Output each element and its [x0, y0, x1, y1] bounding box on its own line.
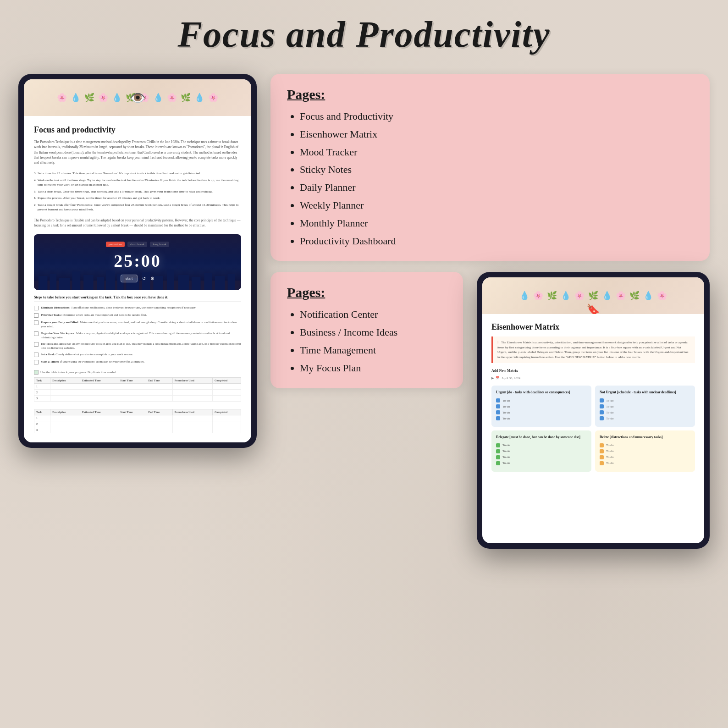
bottom-page-item-3[interactable]: Time Management	[300, 343, 447, 358]
top-pages-title: Pages:	[287, 87, 693, 102]
table-row-2: 1	[34, 415, 241, 421]
timer-tab-long[interactable]: long break	[150, 242, 169, 247]
not-urgent-label-1: To-do	[606, 399, 614, 403]
delegate-check-3[interactable]	[496, 455, 500, 459]
top-page-item-4[interactable]: Sticky Notes	[300, 163, 693, 177]
flower-2-7: 💧	[602, 291, 612, 301]
checkbox-1[interactable]	[34, 306, 39, 310]
date-icon: 📅	[496, 376, 500, 380]
delegate-todo-1: To-do	[496, 443, 587, 447]
table-note: Use the table to track your progress. Du…	[34, 370, 241, 375]
not-urgent-check-3[interactable]	[600, 410, 604, 414]
quadrant-delegate: Delegate [must be done, but can be done …	[491, 430, 591, 472]
top-page-item-2[interactable]: Eisenhower Matrix	[300, 127, 693, 142]
svg-rect-4	[72, 271, 81, 290]
delete-check-1[interactable]	[600, 443, 604, 447]
urgent-check-4[interactable]	[496, 416, 500, 420]
matrix-grid: Urgent [do - tasks with deadlines or con…	[491, 386, 695, 472]
step-text-2: Prioritize Tasks: Determine which tasks …	[41, 313, 147, 317]
bottom-pages-list: Notification Center Business / Income Id…	[287, 308, 447, 375]
svg-rect-2	[50, 274, 56, 290]
svg-rect-1	[39, 276, 48, 290]
not-urgent-label-4: To-do	[606, 417, 614, 420]
top-page-item-3[interactable]: Mood Tracker	[300, 145, 693, 160]
not-urgent-check-1[interactable]	[600, 398, 604, 403]
not-urgent-check-4[interactable]	[600, 416, 604, 420]
checklist-item-1: Eliminate Distractions: Turn off phone n…	[34, 305, 241, 310]
delete-label-3: To-do	[606, 455, 614, 459]
col-start: Start Time	[118, 377, 146, 383]
urgent-label-2: To-do	[502, 405, 510, 408]
urgent-todo-1: To-do	[496, 398, 587, 403]
table-row: 2	[34, 389, 241, 395]
table-row-2: 3	[34, 427, 241, 433]
col-comp: Completed	[213, 377, 241, 383]
top-page-item-7[interactable]: Monthly Planner	[300, 216, 693, 231]
urgent-label-1: To-do	[502, 399, 510, 403]
delegate-check-1[interactable]	[496, 443, 500, 447]
timer-start-button[interactable]: start	[121, 275, 138, 282]
checkbox-3[interactable]	[34, 320, 39, 325]
not-urgent-todo-4: To-do	[600, 416, 690, 420]
svg-rect-16	[215, 276, 225, 290]
timer-refresh-icon[interactable]: ↺	[142, 276, 146, 281]
table-note-checkbox[interactable]	[34, 370, 39, 375]
delegate-check-2[interactable]	[496, 449, 500, 453]
tablet-1-screen: 🌸 💧 🌿 🌸 💧 🌿 🌸 💧 🌸 🌿 💧 🌸 👁️	[24, 79, 251, 442]
timer-display: 25:00	[114, 251, 161, 271]
top-page-item-6[interactable]: Weekly Planner	[300, 199, 693, 213]
delegate-check-4[interactable]	[496, 461, 500, 465]
delete-check-2[interactable]	[600, 449, 604, 453]
flower-5: 💧	[112, 93, 122, 103]
flower-12: 🌸	[208, 93, 218, 103]
urgent-check-2[interactable]	[496, 404, 500, 408]
notion-steps: Set a timer for 25 minutes. This time pe…	[34, 171, 241, 212]
bottom-page-item-1[interactable]: Notification Center	[300, 308, 447, 322]
checkbox-4[interactable]	[34, 331, 39, 336]
timer-tab-pomodoro[interactable]: pomodoro	[106, 242, 125, 247]
timer-settings-icon[interactable]: ⚙	[150, 276, 154, 281]
svg-rect-13	[178, 275, 189, 290]
step-text-5: Use Tools and Apps: Set up any productiv…	[41, 342, 241, 350]
step-6: Repeat the process. After your break, se…	[34, 196, 241, 201]
col-task: Task	[34, 377, 50, 383]
add-matrix-button[interactable]: Add New Matrix	[491, 369, 695, 373]
checkbox-7[interactable]	[34, 360, 39, 364]
table-section: Use the table to track your progress. Du…	[34, 370, 241, 433]
table-row-2: 2	[34, 421, 241, 427]
top-page-item-8[interactable]: Productivity Dashboard	[300, 234, 693, 248]
checkbox-5[interactable]	[34, 342, 39, 347]
col-start-2: Start Time	[118, 409, 146, 415]
tablet-1: 🌸 💧 🌿 🌸 💧 🌿 🌸 💧 🌸 🌿 💧 🌸 👁️	[18, 74, 257, 448]
quadrant-not-urgent: Not Urgent [schedule - tasks with unclea…	[595, 386, 695, 427]
not-urgent-check-2[interactable]	[600, 404, 604, 408]
checklist-item-4: Organize Your Workspace: Make sure your …	[34, 331, 241, 339]
flower-10: 🌿	[181, 93, 191, 103]
flower-2-1: 💧	[519, 291, 529, 301]
top-page-item-5[interactable]: Daily Planner	[300, 181, 693, 195]
bottom-page-item-4[interactable]: My Focus Plan	[300, 361, 447, 375]
svg-rect-15	[204, 273, 212, 290]
checkbox-2[interactable]	[34, 313, 39, 318]
step-text-6: Set a Goal: Clearly define what you aim …	[41, 352, 133, 356]
delete-check-4[interactable]	[600, 461, 604, 465]
matrix-title: Eisenhower Matrix	[491, 322, 695, 332]
col-desc: Description	[50, 377, 80, 383]
checklist-item-2: Prioritize Tasks: Determine which tasks …	[34, 313, 241, 318]
urgent-label-4: To-do	[502, 417, 510, 420]
timer-tab-short[interactable]: short break	[127, 242, 147, 247]
checkbox-6[interactable]	[34, 353, 39, 357]
table-row: 1	[34, 383, 241, 389]
flower-2-6: 🌿	[588, 291, 598, 301]
urgent-check-1[interactable]	[496, 398, 500, 403]
urgent-todo-2: To-do	[496, 404, 587, 408]
flower-9: 🌸	[167, 93, 177, 103]
quadrant-urgent: Urgent [do - tasks with deadlines or con…	[491, 386, 591, 427]
flower-2-10: 💧	[643, 291, 653, 301]
delete-check-3[interactable]	[600, 455, 604, 459]
flower-2-11: 🌸	[657, 291, 667, 301]
urgent-check-3[interactable]	[496, 410, 500, 414]
bottom-page-item-2[interactable]: Business / Income Ideas	[300, 325, 447, 340]
top-page-item-1[interactable]: Focus and Productivity	[300, 110, 693, 124]
col-comp-2: Completed	[213, 409, 241, 415]
